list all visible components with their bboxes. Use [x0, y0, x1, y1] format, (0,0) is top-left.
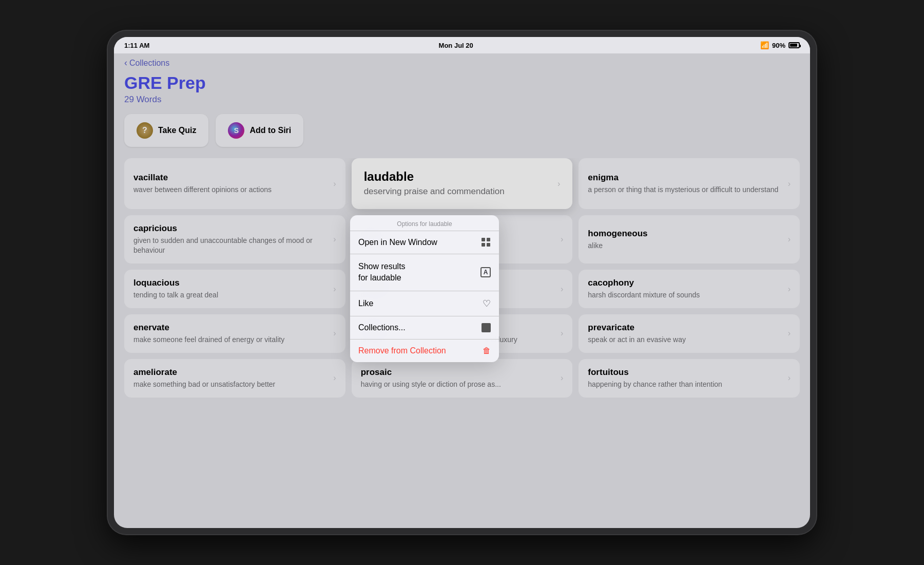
- trash-icon: 🗑: [483, 346, 491, 355]
- device-screen: 1:11 AM Mon Jul 20 📶 90% ‹ Collections G…: [114, 37, 810, 528]
- battery-label: 90%: [772, 42, 785, 49]
- context-menu-show-results[interactable]: Show resultsfor laudable A: [350, 254, 499, 291]
- context-menu-like[interactable]: Like ♡: [350, 291, 499, 316]
- show-results-icon: A: [480, 267, 491, 277]
- wifi-icon: 📶: [760, 41, 769, 49]
- status-time-date: 1:11 AM: [124, 42, 149, 49]
- context-menu-open-new-window[interactable]: Open in New Window: [350, 231, 499, 254]
- context-menu-remove[interactable]: Remove from Collection 🗑: [350, 340, 499, 362]
- show-results-label: Show resultsfor laudable: [358, 261, 406, 284]
- device-frame: 1:11 AM Mon Jul 20 📶 90% ‹ Collections G…: [108, 31, 816, 534]
- open-new-window-icon: [482, 238, 491, 247]
- like-icon: ♡: [483, 298, 491, 309]
- open-new-window-label: Open in New Window: [358, 238, 437, 247]
- main-content: ‹ Collections GRE Prep 29 Words ? Take Q…: [114, 53, 810, 528]
- context-menu: Options for laudable Open in New Window …: [350, 215, 499, 362]
- remove-label: Remove from Collection: [358, 346, 446, 355]
- like-label: Like: [358, 299, 373, 308]
- status-date: Mon Jul 20: [439, 42, 473, 49]
- context-menu-title: Options for laudable: [350, 215, 499, 231]
- status-bar: 1:11 AM Mon Jul 20 📶 90%: [114, 37, 810, 53]
- collections-icon: [482, 323, 491, 332]
- context-menu-collections[interactable]: Collections...: [350, 316, 499, 340]
- collections-label: Collections...: [358, 323, 406, 332]
- battery-icon: [788, 42, 800, 48]
